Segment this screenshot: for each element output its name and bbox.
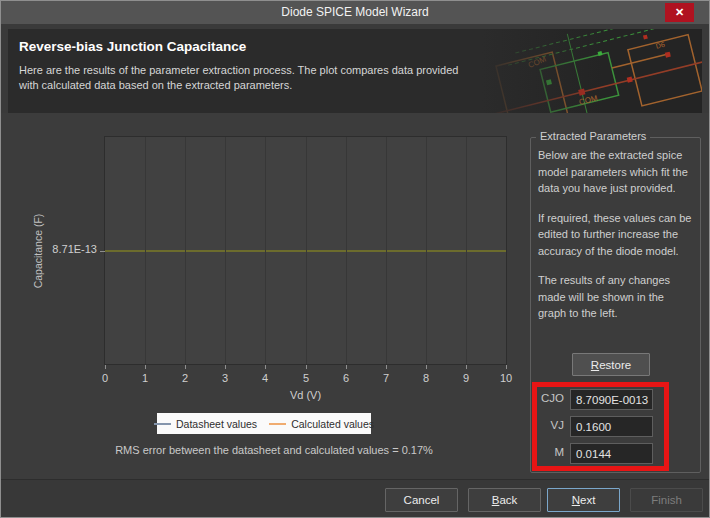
datasheet-line-swatch-icon — [154, 423, 171, 425]
x-axis-tick-mark — [145, 365, 146, 369]
m-field[interactable] — [570, 443, 653, 464]
gridline-vertical — [265, 137, 266, 364]
rms-error-note: RMS error between the datasheet and calc… — [39, 444, 509, 456]
window-title: Diode SPICE Model Wizard — [1, 1, 709, 24]
groupbox-paragraph: Below are the extracted spice model para… — [538, 147, 694, 197]
calculated-line-swatch-icon — [269, 423, 286, 425]
x-axis-tick-label: 3 — [210, 372, 240, 384]
x-axis-tick-mark — [346, 365, 347, 369]
x-axis-tick-mark — [466, 365, 467, 369]
x-axis-tick-label: 8 — [411, 372, 441, 384]
x-axis-tick-label: 9 — [451, 372, 481, 384]
m-label: M — [522, 446, 564, 458]
x-axis-tick-mark — [185, 365, 186, 369]
x-axis-tick-label: 6 — [331, 372, 361, 384]
gridline-vertical — [466, 137, 467, 364]
circuit-schematic-image: COM COM D6 — [482, 29, 702, 113]
gridline-vertical — [426, 137, 427, 364]
groupbox-paragraph: The results of any changes made will be … — [538, 272, 694, 322]
groupbox-description: Below are the extracted spice model para… — [538, 147, 694, 335]
y-axis-tick-label: 8.71E-13 — [13, 243, 97, 255]
footer-bar: Cancel Back Next Finish — [1, 479, 709, 518]
x-axis-tick-mark — [426, 365, 427, 369]
gridline-vertical — [185, 137, 186, 364]
finish-button: Finish — [630, 488, 703, 512]
gridline-vertical — [306, 137, 307, 364]
cjo-label: CJO — [522, 392, 564, 404]
x-axis-tick-mark — [306, 365, 307, 369]
legend-label: Calculated values — [291, 418, 374, 430]
x-axis-tick-label: 5 — [291, 372, 321, 384]
groupbox-label: Extracted Parameters — [536, 130, 650, 142]
close-button[interactable]: ✕ — [665, 3, 694, 22]
close-icon: ✕ — [675, 6, 684, 18]
gridline-vertical — [145, 137, 146, 364]
x-axis-tick-mark — [225, 365, 226, 369]
back-button[interactable]: Back — [468, 488, 541, 512]
cancel-button[interactable]: Cancel — [385, 488, 458, 512]
title-bar[interactable]: Diode SPICE Model Wizard ✕ — [1, 1, 709, 24]
gridline-vertical — [346, 137, 347, 364]
x-axis-tick-label: 7 — [371, 372, 401, 384]
x-axis-tick-label: 4 — [250, 372, 280, 384]
gridline-vertical — [386, 137, 387, 364]
x-axis-tick-label: 0 — [90, 372, 120, 384]
x-axis-title: Vd (V) — [105, 389, 506, 401]
legend-item-datasheet: Datasheet values — [154, 418, 257, 430]
next-button[interactable]: Next — [547, 488, 620, 512]
chart-legend: Datasheet values Calculated values — [157, 413, 371, 434]
page-description: Here are the results of the parameter ex… — [19, 63, 469, 93]
vj-field[interactable] — [570, 416, 653, 437]
x-axis-tick-label: 10 — [491, 372, 521, 384]
x-axis-tick-label: 2 — [170, 372, 200, 384]
cjo-field[interactable] — [570, 389, 653, 410]
restore-button[interactable]: Restore — [572, 353, 650, 376]
x-axis-tick-mark — [265, 365, 266, 369]
y-axis-title: Capacitance (F) — [32, 181, 46, 321]
groupbox-paragraph: If required, these values can be edited … — [538, 210, 694, 260]
page-title: Reverse-bias Junction Capacitance — [19, 39, 246, 54]
vj-label: VJ — [522, 419, 564, 431]
x-axis-tick-mark — [506, 365, 507, 369]
x-axis-tick-mark — [105, 365, 106, 369]
x-axis-tick-mark — [386, 365, 387, 369]
legend-label: Datasheet values — [176, 418, 257, 430]
plot-area: 8.71E-13 Capacitance (F) Vd (V) 01234567… — [104, 136, 507, 365]
x-axis-tick-label: 1 — [130, 372, 160, 384]
dialog-window: Diode SPICE Model Wizard ✕ — [0, 0, 710, 518]
legend-item-calculated: Calculated values — [269, 418, 374, 430]
y-axis-tick-mark — [100, 251, 105, 252]
wizard-header: COM COM D6 Reverse-bias Junction Capacit… — [8, 29, 702, 113]
gridline-vertical — [225, 137, 226, 364]
